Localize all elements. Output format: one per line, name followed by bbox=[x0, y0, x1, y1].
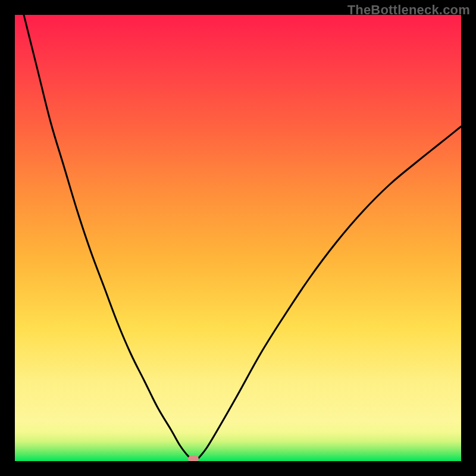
chart-svg bbox=[15, 15, 461, 461]
minimum-marker bbox=[188, 456, 199, 461]
minimum-marker-dot bbox=[188, 456, 199, 461]
plot-area bbox=[15, 15, 461, 461]
chart-frame: TheBottleneck.com bbox=[0, 0, 476, 476]
